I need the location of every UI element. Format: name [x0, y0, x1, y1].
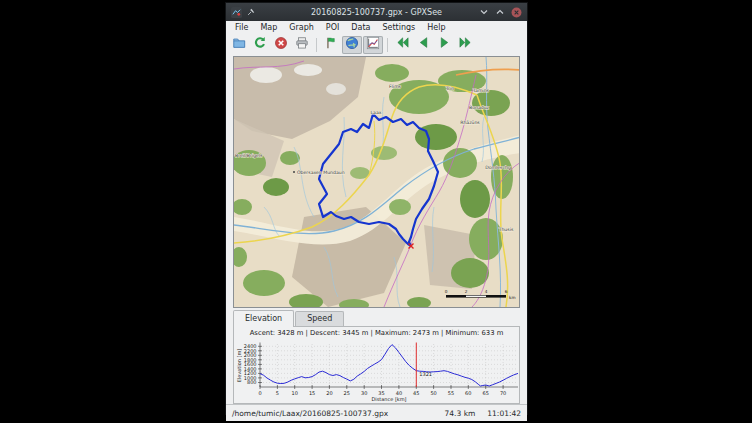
tab-speed[interactable]: Speed	[295, 311, 344, 326]
statusbar-time: 11:01:42	[487, 409, 521, 418]
menu-poi[interactable]: POI	[320, 22, 345, 33]
toolbar-separator	[316, 38, 317, 52]
svg-text:40: 40	[396, 390, 402, 396]
toolbar-separator	[387, 38, 388, 52]
svg-text:35: 35	[378, 390, 384, 396]
toolbar	[226, 34, 527, 55]
reload-button[interactable]	[250, 36, 270, 54]
statusbar-file-path: /home/tumic/Laax/20160825-100737.gpx	[232, 409, 445, 418]
elevation-panel: Ascent: 3428 m | Descent: 3445 m | Maxim…	[233, 326, 520, 404]
open-file-icon	[232, 35, 246, 54]
print-button[interactable]	[292, 36, 312, 54]
graph-stats: Ascent: 3428 m | Descent: 3445 m | Maxim…	[234, 327, 519, 341]
minimize-button[interactable]	[479, 7, 489, 17]
app-icon	[231, 7, 242, 18]
map-label: Obersaxen Mundaun	[297, 170, 345, 175]
map-label: Thusis	[498, 227, 514, 232]
svg-text:1321: 1321	[419, 371, 432, 377]
graph-tabbar: Elevation Speed	[233, 310, 520, 326]
menu-map[interactable]: Map	[254, 22, 283, 33]
svg-text:55: 55	[448, 390, 454, 396]
previous-track-icon	[416, 35, 431, 54]
svg-text:Elevation [m]: Elevation [m]	[236, 349, 242, 383]
gpxsee-window: 20160825-100737.gpx - GPXSee File Map Gr…	[225, 2, 528, 415]
show-graph-icon	[366, 35, 380, 54]
menu-file[interactable]: File	[229, 22, 254, 33]
close-file-button[interactable]	[271, 36, 291, 54]
map-label: Tamins	[472, 88, 490, 93]
svg-text:45: 45	[413, 390, 419, 396]
svg-text:20: 20	[326, 390, 332, 396]
statusbar-distance: 74.3 km	[445, 409, 476, 418]
map-label: Flims	[389, 84, 402, 89]
first-track-icon	[395, 35, 410, 54]
svg-text:2: 2	[465, 289, 468, 294]
map-label: Rhäzüns	[460, 120, 480, 125]
close-file-icon	[274, 35, 288, 54]
last-track-icon	[458, 35, 473, 54]
next-track-button[interactable]	[434, 36, 454, 54]
svg-text:15: 15	[309, 390, 315, 396]
close-button[interactable]	[511, 7, 522, 18]
show-map-toggle-button[interactable]	[342, 36, 362, 54]
svg-text:5: 5	[276, 390, 279, 396]
map-label: Breil/Brigels	[235, 153, 263, 158]
map-label: Bonaduz	[469, 105, 490, 110]
print-icon	[295, 35, 309, 54]
svg-text:6: 6	[505, 289, 508, 294]
tab-elevation[interactable]: Elevation	[233, 310, 294, 327]
svg-text:4: 4	[485, 289, 488, 294]
maximize-button[interactable]	[495, 7, 505, 17]
menu-data[interactable]: Data	[345, 22, 376, 33]
svg-text:Distance [km]: Distance [km]	[371, 396, 406, 402]
menu-help[interactable]: Help	[421, 22, 451, 33]
reload-icon	[253, 35, 267, 54]
menu-graph[interactable]: Graph	[283, 22, 320, 33]
svg-text:10: 10	[292, 390, 298, 396]
map-label: Domleschg	[485, 165, 511, 170]
svg-text:0: 0	[258, 390, 261, 396]
poi-flag-icon	[324, 35, 338, 54]
previous-track-button[interactable]	[413, 36, 433, 54]
last-track-button[interactable]	[455, 36, 475, 54]
svg-text:2400: 2400	[244, 343, 257, 349]
svg-text:25: 25	[344, 390, 350, 396]
map-label: Laax	[371, 110, 382, 115]
menu-settings[interactable]: Settings	[376, 22, 421, 33]
menubar: File Map Graph POI Data Settings Help	[226, 21, 527, 34]
poi-toggle-button[interactable]	[321, 36, 341, 54]
svg-text:65: 65	[483, 390, 489, 396]
svg-text:30: 30	[361, 390, 367, 396]
map-label: Trin	[445, 86, 454, 91]
map-scale-unit: km	[509, 295, 516, 300]
statusbar: /home/tumic/Laax/20160825-100737.gpx 74.…	[226, 404, 527, 421]
first-track-button[interactable]	[392, 36, 412, 54]
pin-icon[interactable]	[246, 7, 256, 17]
map-view[interactable]: Flims Laax Trin Tamins Bonaduz Rhäzüns B…	[233, 56, 520, 308]
show-graph-toggle-button[interactable]	[363, 36, 383, 54]
svg-text:50: 50	[430, 390, 436, 396]
svg-text:70: 70	[500, 390, 506, 396]
open-file-button[interactable]	[229, 36, 249, 54]
svg-text:0: 0	[445, 289, 448, 294]
elevation-graph[interactable]: 8001000120014001600180020002200240005101…	[234, 341, 521, 403]
show-map-globe-icon	[345, 35, 359, 54]
map-canvas: Flims Laax Trin Tamins Bonaduz Rhäzüns B…	[234, 57, 520, 307]
next-track-icon	[437, 35, 452, 54]
titlebar[interactable]: 20160825-100737.gpx - GPXSee	[226, 3, 527, 21]
svg-text:60: 60	[465, 390, 471, 396]
